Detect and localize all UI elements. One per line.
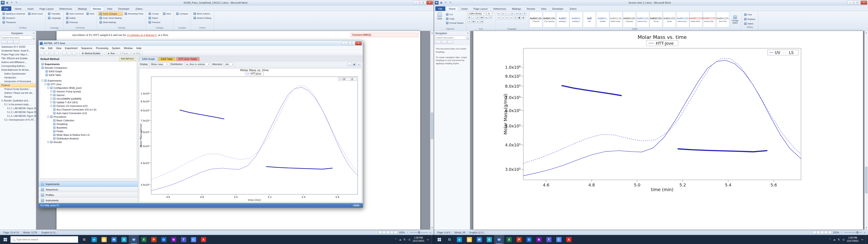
word-logo-icon[interactable]: W: [1, 1, 4, 4]
expand-toggle-icon[interactable]: +: [50, 105, 52, 107]
increase-indent-button[interactable]: ⇥: [515, 12, 518, 16]
ribbon-button[interactable]: Accept: [147, 12, 161, 16]
powerpoint-icon[interactable]: P: [514, 235, 524, 244]
tree-item[interactable]: − Configuration (BSA_jove): [40, 86, 136, 90]
close-icon[interactable]: ✕: [861, 1, 867, 4]
nav-heading-item[interactable]: Results: [0, 95, 36, 99]
ribbon-button[interactable]: Next: [85, 12, 95, 16]
print-icon[interactable]: [55, 51, 59, 55]
nav-heading-item[interactable]: Protocol: [0, 83, 36, 87]
nav-heading-item[interactable]: 5.1.3. LAB MEDIA: Figure 2B V...: [0, 114, 36, 118]
fullscreen-view-icon[interactable]: [816, 231, 820, 234]
ribbon-tab[interactable]: File: [435, 6, 445, 11]
undo-icon[interactable]: ↶: [10, 1, 13, 4]
result-tab[interactable]: EASI Graph: [140, 57, 158, 61]
method-builder-button[interactable]: ⚙ Method Builder: [80, 51, 103, 55]
clipboard-button[interactable]: Format Painter: [445, 21, 465, 25]
copy-chart-icon[interactable]: ≡: [357, 62, 361, 66]
panel-nav-button[interactable]: Instruments: [39, 198, 138, 203]
ribbon-button[interactable]: Previous: [147, 20, 161, 24]
molar-mass-chart[interactable]: Molar Mass vs. timeHTT-Jove4.64.85.05.25…: [139, 68, 362, 202]
copy-icon[interactable]: [67, 51, 71, 55]
astra-titlebar[interactable]: ASTRA - HTT-Jove — □ ✕: [39, 40, 363, 46]
ribbon-button[interactable]: Show Markup: [98, 20, 123, 24]
expand-toggle-icon[interactable]: +: [50, 98, 52, 100]
ribbon-button[interactable]: Reviewing Pane: [123, 12, 145, 16]
ribbon-button[interactable]: Delete: [65, 16, 85, 20]
tree-item[interactable]: + microDAWN (µDAWN): [40, 97, 136, 100]
panel-splitter[interactable]: ·······: [39, 179, 138, 181]
minimize-icon[interactable]: —: [342, 41, 348, 45]
word-count[interactable]: Words: 3,276: [21, 231, 39, 234]
comparison-item[interactable]: EASI Graph: [40, 69, 136, 73]
save-icon[interactable]: [50, 51, 54, 55]
editing-button[interactable]: Replace: [743, 17, 756, 21]
style-chip[interactable]: AaBbCcDc Intense Quo...: [676, 12, 689, 27]
close-icon[interactable]: ✕: [467, 32, 469, 34]
expand-toggle-icon[interactable]: −: [41, 80, 43, 82]
close-icon[interactable]: ✕: [427, 1, 433, 4]
molar-mass-chart-large[interactable]: Molar Mass vs. timeHTT-Jove4.64.85.05.25…: [503, 34, 808, 193]
minimize-icon[interactable]: —: [847, 1, 854, 4]
onedrive-icon[interactable]: ☁: [833, 238, 836, 241]
scroll-down-icon[interactable]: ▼: [865, 226, 868, 230]
outlook-icon[interactable]: O: [524, 235, 534, 244]
editing-button[interactable]: Find: [743, 13, 756, 17]
volume-icon[interactable]: ◁): [408, 238, 410, 241]
ribbon-tab[interactable]: Developer: [549, 6, 566, 11]
menu-item[interactable]: View: [54, 46, 63, 50]
nav-heading-item[interactable]: 5.1.2. LAB MEDIA: Figure 2B V...: [0, 110, 36, 114]
nav-heading-item[interactable]: Corresponding Authors:...: [0, 64, 36, 68]
editing-button[interactable]: Select: [743, 22, 756, 26]
onedrive-icon[interactable]: ☁: [399, 238, 401, 241]
menu-item[interactable]: File: [39, 46, 46, 50]
show-formatting-button[interactable]: ¶: [523, 12, 527, 16]
tree-item[interactable]: Auto Inject Connection (LS): [40, 111, 136, 115]
run-default-button[interactable]: RUN DEFAULT: [119, 57, 136, 61]
expand-toggle-icon[interactable]: −: [47, 116, 49, 118]
zoom-level[interactable]: 220%: [833, 231, 839, 234]
italic-button[interactable]: I: [472, 16, 475, 19]
tree-item[interactable]: Distribution Analysis: [40, 137, 136, 140]
multilevel-list-button[interactable]: ⋯: [506, 12, 510, 16]
nav-heading-item[interactable]: Protocol Script Question...: [0, 87, 36, 91]
tray-expand-icon[interactable]: ⌃: [829, 238, 831, 241]
font-color-button[interactable]: A: [476, 20, 479, 23]
excel-icon[interactable]: X: [504, 235, 514, 244]
expand-toggle-icon[interactable]: +: [50, 94, 52, 96]
ribbon-tab[interactable]: Home: [446, 6, 458, 11]
ribbon-tab[interactable]: File: [1, 6, 11, 11]
scrollbar-thumb[interactable]: [865, 166, 868, 194]
mail-icon[interactable]: ✉: [474, 235, 484, 244]
minimize-icon[interactable]: —: [413, 1, 419, 4]
expand-toggle-icon[interactable]: −: [44, 83, 46, 85]
tree-item[interactable]: − HTT-Jove: [40, 83, 136, 86]
nav-search-input[interactable]: [436, 36, 465, 39]
ribbon-button[interactable]: Restrict Editing: [192, 16, 213, 20]
action-center-icon[interactable]: ▭: [427, 238, 429, 241]
acrobat-icon[interactable]: A: [198, 235, 209, 244]
strikethrough-button[interactable]: abc: [480, 16, 485, 19]
taskbar-clock[interactable]: 1:00 PM 12/17/2021: [412, 236, 425, 242]
ribbon-button[interactable]: Block Authors: [192, 12, 213, 16]
ribbon-tab[interactable]: Zotero: [566, 6, 580, 11]
ribbon-button[interactable]: Thesaurus: [1, 20, 26, 24]
tree-item[interactable]: + Injector: [40, 93, 136, 97]
file-explorer-icon[interactable]: ▤: [464, 235, 474, 244]
style-chip[interactable]: AaB Title: [583, 12, 596, 27]
tree-item[interactable]: + Optilab T-rEX (rEX): [40, 100, 136, 104]
tree-item[interactable]: Despiking: [40, 122, 136, 126]
taskbar-search-box[interactable]: [10, 236, 78, 243]
run-button[interactable]: ▶ Run: [106, 51, 117, 55]
paste-icon[interactable]: [72, 51, 76, 55]
volume-icon[interactable]: ◁): [842, 238, 844, 241]
panel-nav-button[interactable]: Experiments: [39, 181, 138, 187]
nav-heading-item[interactable]: Author Questionnaire: [0, 72, 36, 76]
ribbon-button[interactable]: Word Count: [27, 12, 44, 16]
bullets-button[interactable]: •—: [497, 12, 501, 16]
shading-button[interactable]: ▦: [518, 16, 521, 20]
ribbon-tab[interactable]: Zotero: [132, 6, 146, 11]
page-indicator[interactable]: Page: 10 of 14: [1, 231, 21, 234]
result-tab[interactable]: EASI Table: [158, 57, 176, 61]
clipboard-button[interactable]: Copy: [445, 17, 465, 21]
